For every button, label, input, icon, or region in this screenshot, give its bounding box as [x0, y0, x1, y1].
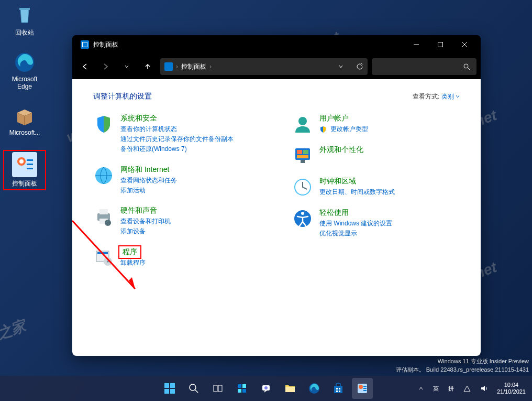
svg-rect-56 [363, 388, 367, 389]
file-explorer-button[interactable] [280, 378, 301, 399]
control-panel-taskbar-button[interactable] [352, 378, 373, 399]
printer-icon [93, 206, 114, 227]
desktop-icon-control-panel[interactable]: 控制面板 [5, 152, 44, 188]
svg-rect-6 [27, 168, 33, 169]
control-panel-title-icon [81, 40, 89, 49]
category-link[interactable]: 查看网络状态和任务 [120, 176, 177, 186]
svg-rect-39 [214, 385, 217, 392]
widgets-button[interactable] [231, 378, 252, 399]
up-button[interactable] [139, 58, 156, 75]
category-clock-region: 时钟和区域 更改日期、时间或数字格式 [292, 177, 460, 198]
svg-rect-19 [97, 252, 108, 254]
category-link[interactable]: 通过文件历史记录保存你的文件备份副本 [120, 134, 234, 144]
titlebar[interactable]: 控制面板 [72, 35, 481, 54]
desktop-icon-label: 回收站 [15, 29, 34, 36]
svg-point-21 [298, 117, 307, 125]
svg-rect-50 [339, 388, 340, 389]
category-link[interactable]: 更改帐户类型 [319, 124, 368, 134]
volume-icon[interactable] [478, 384, 490, 393]
shield-badge-icon [319, 126, 327, 133]
user-icon [292, 114, 313, 135]
svg-rect-49 [336, 388, 338, 389]
shield-icon [93, 114, 114, 135]
chevron-down-icon[interactable] [338, 64, 343, 69]
svg-point-3 [19, 159, 24, 164]
svg-rect-8 [438, 42, 443, 47]
desktop-icon-label: Microsoft Edge [12, 75, 38, 90]
category-link[interactable]: 备份和还原(Windows 7) [120, 144, 234, 154]
forward-button[interactable] [97, 58, 114, 75]
svg-point-30 [301, 212, 304, 215]
category-network: 网络和 Internet 查看网络状态和任务 添加活动 [93, 165, 261, 196]
svg-rect-55 [363, 386, 367, 387]
svg-line-12 [468, 68, 470, 70]
svg-rect-51 [336, 391, 338, 392]
clock[interactable]: 10:04 21/10/2021 [495, 381, 528, 396]
chevron-down-icon [456, 94, 460, 99]
category-title[interactable]: 时钟和区域 [319, 177, 395, 186]
ime-mode[interactable]: 拼 [446, 384, 456, 394]
svg-rect-40 [218, 385, 222, 392]
address-bar-icon [164, 62, 173, 71]
refresh-icon[interactable] [356, 63, 363, 70]
svg-point-11 [464, 64, 468, 68]
svg-rect-33 [164, 383, 169, 388]
category-title[interactable]: 硬件和声音 [120, 206, 171, 215]
control-panel-icon [12, 152, 37, 177]
edge-taskbar-button[interactable] [304, 378, 325, 399]
svg-rect-5 [27, 164, 33, 165]
package-icon [14, 105, 36, 127]
category-user-accounts: 用户帐户 更改帐户类型 [292, 114, 460, 135]
tray-overflow-button[interactable] [416, 385, 426, 392]
taskbar: 英 拼 10:04 21/10/2021 [0, 376, 532, 401]
desktop-icon-store[interactable]: Microsoft... [5, 105, 44, 136]
category-title[interactable]: 轻松使用 [319, 208, 392, 218]
category-link[interactable]: 添加活动 [120, 186, 177, 196]
view-mode-selector[interactable]: 查看方式: 类别 [413, 92, 460, 101]
category-link[interactable]: 更改日期、时间或数字格式 [319, 187, 395, 197]
control-panel-window: 控制面板 › 控制面板 › 调整计算机的设置 查看方式: [72, 35, 481, 356]
svg-rect-34 [170, 383, 175, 388]
category-link[interactable]: 查看设备和打印机 [120, 216, 171, 226]
svg-rect-0 [19, 8, 30, 10]
category-title[interactable]: 用户帐户 [319, 114, 368, 123]
category-link[interactable]: 查看你的计算机状态 [120, 124, 234, 134]
category-link[interactable]: 添加设备 [120, 226, 171, 236]
svg-rect-36 [170, 389, 175, 394]
search-button[interactable] [183, 378, 204, 399]
breadcrumb[interactable]: 控制面板 [181, 62, 206, 71]
svg-point-17 [105, 220, 111, 226]
task-view-button[interactable] [207, 378, 228, 399]
category-link[interactable]: 卸载程序 [120, 258, 146, 268]
minimize-button[interactable] [404, 35, 428, 54]
category-link[interactable]: 使用 Windows 建议的设置 [319, 219, 392, 229]
close-button[interactable] [452, 35, 476, 54]
start-button[interactable] [159, 378, 180, 399]
category-title[interactable]: 外观和个性化 [319, 145, 363, 155]
back-button[interactable] [76, 58, 93, 75]
category-title[interactable]: 程序 [120, 247, 139, 257]
category-system-security: 系统和安全 查看你的计算机状态 通过文件历史记录保存你的文件备份副本 备份和还原… [93, 114, 261, 155]
categories-left-column: 系统和安全 查看你的计算机状态 通过文件历史记录保存你的文件备份副本 备份和还原… [93, 114, 261, 279]
address-bar[interactable]: › 控制面板 › [160, 58, 368, 75]
accessibility-icon [292, 208, 313, 229]
recent-dropdown-button[interactable] [118, 58, 135, 75]
chat-button[interactable] [256, 378, 276, 399]
category-title[interactable]: 系统和安全 [120, 114, 234, 123]
search-input[interactable] [372, 58, 476, 75]
network-icon[interactable] [461, 384, 473, 393]
ime-indicator[interactable]: 英 [431, 384, 441, 394]
category-title[interactable]: 网络和 Internet [120, 165, 177, 175]
store-taskbar-button[interactable] [328, 378, 349, 399]
category-link[interactable]: 优化视觉显示 [319, 229, 392, 239]
svg-rect-52 [339, 391, 340, 392]
svg-rect-25 [297, 155, 308, 158]
desktop-icon-edge[interactable]: Microsoft Edge [5, 51, 44, 90]
desktop-icon-recycle-bin[interactable]: 回收站 [5, 4, 44, 37]
watermark-text: 系统之家 [0, 316, 29, 354]
svg-rect-41 [238, 384, 241, 388]
svg-rect-44 [242, 389, 246, 393]
maximize-button[interactable] [428, 35, 452, 54]
edge-icon [14, 51, 36, 73]
svg-rect-57 [363, 390, 367, 391]
